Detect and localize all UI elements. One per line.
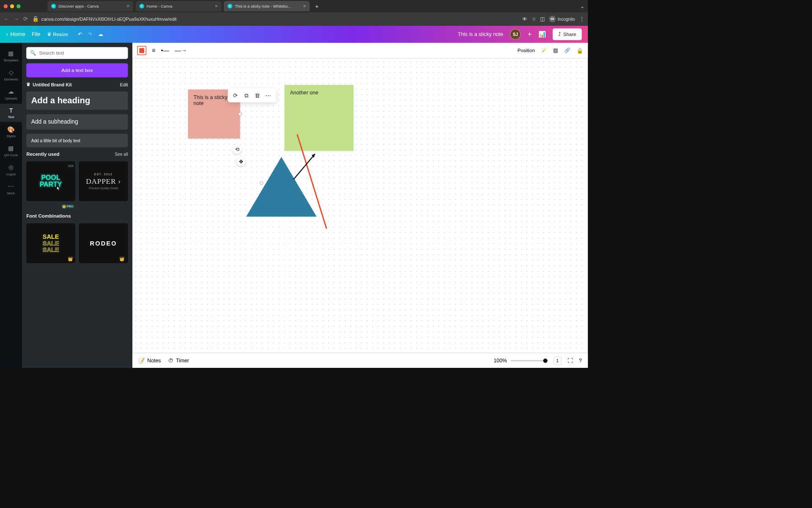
- tab-current-design[interactable]: C This is a sticky note - Whitebo... ×: [224, 1, 310, 11]
- refresh-icon[interactable]: ⟳: [231, 91, 240, 100]
- file-menu[interactable]: File: [32, 31, 40, 37]
- font-combinations-header: Font Combinations: [26, 214, 128, 219]
- rail-qrcode[interactable]: ▩QR Code: [0, 141, 22, 160]
- add-heading-button[interactable]: Add a heading: [26, 91, 128, 110]
- lock-icon[interactable]: 🔒: [576, 47, 583, 54]
- close-window-icon[interactable]: [4, 4, 8, 8]
- search-icon: 🔍: [30, 50, 36, 56]
- close-tab-icon[interactable]: ×: [126, 3, 129, 9]
- add-body-text-button[interactable]: Add a little bit of body text: [26, 134, 128, 147]
- close-tab-icon[interactable]: ×: [303, 3, 306, 9]
- share-button[interactable]: ⤴ Share: [553, 28, 582, 40]
- rail-logos[interactable]: ◎Logos: [0, 160, 22, 179]
- cloud-sync-icon[interactable]: ☁: [98, 31, 103, 37]
- connector-arrow-black[interactable]: [133, 59, 587, 353]
- zoom-slider-handle[interactable]: [543, 359, 547, 363]
- share-label: Share: [563, 32, 576, 37]
- link-icon[interactable]: 🔗: [564, 47, 570, 53]
- add-text-box-button[interactable]: Add a text box: [26, 64, 128, 77]
- upload-icon: ⤴: [558, 32, 561, 37]
- page-indicator[interactable]: 1: [554, 356, 562, 364]
- text-template-rodeo[interactable]: RODEO 👑: [79, 224, 128, 263]
- side-panel-icon[interactable]: ◫: [540, 16, 545, 22]
- browser-menu-icon[interactable]: ⋮: [579, 16, 584, 22]
- close-tab-icon[interactable]: ×: [215, 3, 218, 9]
- line-start-icon[interactable]: •—: [161, 47, 170, 54]
- search-field[interactable]: [39, 50, 124, 56]
- chevron-left-icon: ‹: [6, 31, 8, 37]
- text-template-pool-party[interactable]: ⋯ POOL PARTY 👑 PRO: [26, 162, 75, 202]
- timer-icon: ⏱: [168, 358, 173, 364]
- text-template-dapper[interactable]: EST. 2012 DAPPER › Premium Quality Goods: [79, 162, 128, 202]
- rail-templates[interactable]: ▦Templates: [0, 47, 22, 65]
- reload-button-icon[interactable]: ⟳: [23, 16, 28, 22]
- canva-favicon-icon: C: [139, 4, 144, 9]
- notes-icon: 📝: [138, 357, 145, 364]
- brand-kit-row[interactable]: ♛ Untitled Brand Kit Edit: [26, 82, 128, 87]
- canvas-toolbar: ≡ •— —→ Position 🪄 ▨ 🔗 🔒: [132, 43, 588, 58]
- tab-discover-apps[interactable]: C Discover apps - Canva ×: [47, 1, 133, 11]
- eye-off-icon[interactable]: 👁: [522, 16, 527, 22]
- rail-uploads[interactable]: ☁Uploads: [0, 85, 22, 103]
- incognito-indicator[interactable]: 🕶 Incognito: [549, 16, 575, 22]
- rail-styles[interactable]: 🎨Styles: [0, 123, 22, 141]
- more-icon[interactable]: ⋯: [264, 91, 273, 100]
- add-subheading-button[interactable]: Add a subheading: [26, 114, 128, 130]
- analytics-icon[interactable]: 📊: [538, 30, 546, 38]
- pro-badge: 👑 PRO: [62, 205, 73, 208]
- qrcode-icon: ▩: [8, 145, 14, 152]
- duplicate-icon[interactable]: ⧉: [242, 91, 251, 100]
- line-end-icon[interactable]: —→: [175, 47, 187, 54]
- brand-kit-icon: ♛: [26, 82, 30, 87]
- line-color-swatch[interactable]: [137, 46, 146, 55]
- new-tab-button[interactable]: +: [312, 3, 322, 10]
- undo-icon[interactable]: ↶: [78, 31, 82, 37]
- timer-button[interactable]: ⏱ Timer: [168, 358, 189, 364]
- move-handle[interactable]: ✥: [236, 157, 246, 166]
- tabs-chevron-icon[interactable]: ⌄: [580, 3, 584, 9]
- whiteboard-canvas[interactable]: This is a sticky note Another one ⟳ ⧉ 🗑 …: [133, 59, 587, 353]
- trash-icon[interactable]: 🗑: [253, 91, 262, 100]
- bookmark-star-icon[interactable]: ☆: [532, 16, 536, 22]
- line-style-icon[interactable]: ≡: [152, 47, 155, 54]
- position-button[interactable]: Position: [518, 48, 535, 53]
- text-template-sale[interactable]: SALE SALE SALE 👑: [26, 224, 75, 263]
- magic-icon[interactable]: 🪄: [541, 47, 547, 53]
- svg-line-1: [294, 154, 315, 179]
- canvas-footer: 📝 Notes ⏱ Timer ⌃ 100% 1 ⛶ ?: [132, 353, 588, 368]
- incognito-label: Incognito: [558, 17, 575, 22]
- resize-menu[interactable]: ♛ Resize: [47, 31, 68, 37]
- help-icon[interactable]: ?: [579, 358, 582, 364]
- transparency-icon[interactable]: ▨: [553, 47, 558, 53]
- fullscreen-icon[interactable]: ⛶: [568, 358, 573, 364]
- add-collaborator-icon[interactable]: +: [528, 30, 532, 39]
- card-more-icon[interactable]: ⋯: [68, 163, 74, 169]
- rail-text[interactable]: TText: [0, 104, 22, 122]
- rail-more[interactable]: ⋯More: [0, 179, 22, 198]
- back-button-icon[interactable]: ←: [4, 16, 9, 22]
- tab-home[interactable]: C Home - Canva ×: [136, 1, 222, 11]
- more-icon: ⋯: [8, 183, 14, 190]
- brand-edit-link[interactable]: Edit: [120, 82, 128, 87]
- forward-button-icon[interactable]: →: [14, 16, 19, 22]
- search-text-input[interactable]: 🔍: [26, 47, 128, 59]
- zoom-slider[interactable]: [510, 360, 547, 361]
- maximize-window-icon[interactable]: [16, 4, 20, 8]
- redo-icon[interactable]: ↷: [88, 31, 92, 37]
- incognito-icon: 🕶: [549, 16, 556, 22]
- url-field[interactable]: 🔒 canva.com/design/DAFNVxXl0OI/rLl-sEQPu…: [32, 16, 518, 22]
- rail-elements[interactable]: ◇Elements: [0, 66, 22, 84]
- user-avatar[interactable]: SJ: [510, 29, 521, 40]
- elements-icon: ◇: [9, 69, 14, 76]
- chevron-up-icon[interactable]: ⌃: [292, 0, 296, 2]
- tab-label: Discover apps - Canva: [58, 4, 124, 8]
- design-title[interactable]: This is a sticky note: [458, 31, 503, 37]
- text-icon: T: [9, 107, 13, 114]
- zoom-control[interactable]: 100%: [494, 358, 547, 364]
- home-button[interactable]: ‹ Home: [6, 31, 25, 37]
- notes-button[interactable]: 📝 Notes: [138, 357, 161, 364]
- see-all-link[interactable]: See all: [115, 152, 128, 157]
- resize-label: Resize: [53, 32, 68, 37]
- rotate-handle[interactable]: ⟲: [233, 145, 242, 154]
- minimize-window-icon[interactable]: [10, 4, 14, 8]
